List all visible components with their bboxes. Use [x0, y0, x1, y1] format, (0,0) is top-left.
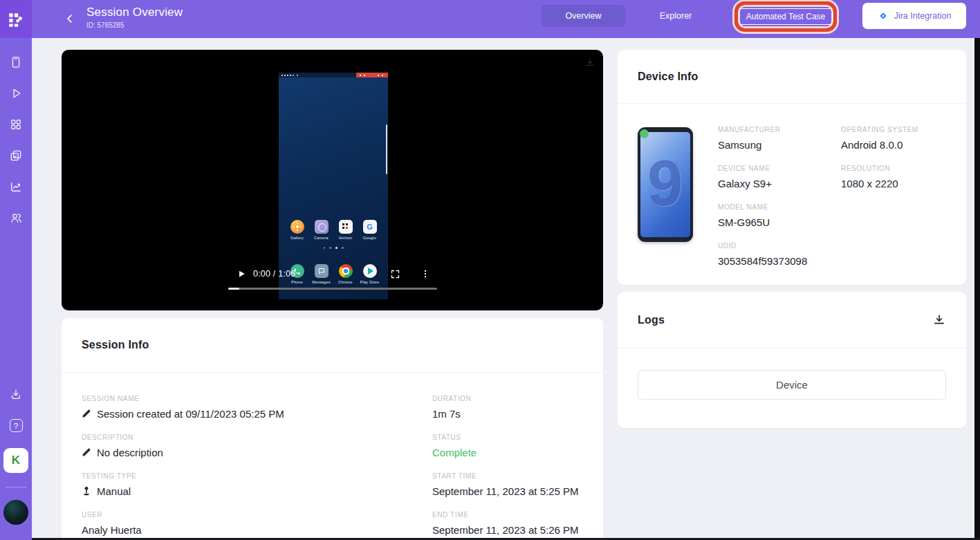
page-title: Session Overview	[86, 6, 183, 19]
field-device-name: DEVICE NAME Galaxy S9+	[718, 165, 841, 190]
field-user: USER Analy Huerta	[82, 511, 432, 537]
jira-icon	[878, 10, 889, 21]
video-menu-button[interactable]	[418, 266, 433, 281]
field-manufacturer: MANUFACTURER Samsung	[718, 126, 841, 151]
play-icon	[9, 86, 23, 100]
field-testing-type: TESTING TYPE Manual	[82, 472, 432, 498]
device-log-button[interactable]: Device	[638, 370, 946, 400]
video-progress-bar[interactable]	[228, 288, 437, 290]
tab-automated-test-case[interactable]: Automated Test Case	[739, 8, 833, 25]
video-download-icon[interactable]	[584, 57, 596, 69]
sidebar-item-test-cases[interactable]	[8, 148, 24, 163]
app-verizon: Verizon	[338, 220, 354, 240]
help-icon[interactable]: ?	[10, 419, 23, 432]
session-info-fields: SESSION NAME Session created at 09/11/20…	[62, 373, 603, 540]
verizon-icon	[339, 220, 353, 234]
phone-statusbar	[279, 73, 388, 77]
manual-testing-icon	[82, 486, 91, 496]
tab-explorer[interactable]: Explorer	[638, 5, 714, 27]
session-video-player: Gallery Camera Verizon G Google	[62, 50, 603, 310]
app-logo[interactable]	[0, 0, 32, 38]
grid-icon	[9, 118, 23, 131]
sidebar-divider	[6, 487, 26, 487]
logs-download-icon[interactable]	[932, 313, 946, 327]
session-info-header: Session Info	[62, 318, 603, 373]
tab-overview[interactable]: Overview	[542, 5, 625, 27]
video-time: 0:00 / 1:06	[253, 269, 295, 279]
logs-card: Logs Device	[618, 292, 966, 428]
video-controls: 0:00 / 1:06	[228, 263, 437, 284]
video-fullscreen-button[interactable]	[387, 266, 403, 281]
field-duration: DURATION 1m 7s	[432, 395, 583, 420]
users-icon	[9, 211, 23, 225]
page-titles: Session Overview ID: 5765285	[86, 6, 183, 29]
device-info-header: Device Info	[618, 50, 966, 104]
video-play-button[interactable]	[234, 266, 249, 281]
device-info-body: 9 MANUFACTURER Samsung DEVICE NAME Galax…	[618, 104, 966, 281]
copy-check-icon	[9, 149, 23, 162]
sidebar-item-devices[interactable]	[8, 55, 24, 70]
field-session-name: SESSION NAME Session created at 09/11/20…	[82, 395, 432, 420]
logs-title: Logs	[638, 314, 665, 326]
k-badge[interactable]: K	[3, 448, 28, 473]
edit-pencil-icon[interactable]	[82, 409, 91, 418]
field-resolution: RESOLUTION 1080 x 2220	[841, 165, 946, 190]
status-badge: Complete	[432, 445, 583, 459]
device-image-digit: 9	[647, 151, 683, 215]
logs-body: Device	[618, 348, 966, 400]
download-icon	[9, 388, 23, 402]
sidebar-item-users[interactable]	[8, 210, 24, 225]
phone-home-apps: Gallery Camera Verizon G Google	[279, 220, 388, 240]
field-start-time: START TIME September 11, 2023 at 5:25 PM	[432, 472, 583, 498]
jira-button-label: Jira Integration	[894, 11, 952, 21]
field-operating-system: OPERATING SYSTEM Android 8.0.0	[841, 126, 946, 151]
session-id: ID: 5765285	[86, 21, 183, 29]
device-info-title: Device Info	[638, 71, 699, 83]
sidebar-bottom: ? K	[0, 387, 32, 540]
user-avatar[interactable]	[3, 500, 28, 525]
device-online-dot	[640, 129, 649, 138]
field-model-name: MODEL NAME SM-G965U	[718, 203, 841, 229]
field-status: STATUS Complete	[432, 434, 583, 459]
app-gallery: Gallery	[289, 220, 306, 240]
device-fields: MANUFACTURER Samsung DEVICE NAME Galaxy …	[718, 126, 946, 281]
topbar: Session Overview ID: 5765285 Overview Ex…	[32, 0, 980, 38]
phone-page-dots	[279, 247, 388, 249]
device-icon	[9, 55, 23, 69]
device-info-card: Device Info 9 MANUFACTURER Samsung DEVIC…	[618, 50, 966, 285]
google-icon: G	[363, 220, 377, 234]
edit-pencil-icon[interactable]	[82, 447, 91, 457]
back-button[interactable]	[59, 8, 80, 29]
field-description: DESCRIPTION No description	[82, 434, 432, 459]
camera-icon	[315, 220, 329, 234]
jira-integration-button[interactable]: Jira Integration	[862, 3, 966, 29]
field-end-time: END TIME September 11, 2023 at 5:26 PM	[432, 511, 583, 537]
sidebar-item-sessions[interactable]	[8, 86, 24, 101]
sidebar: ? K	[0, 0, 32, 540]
app-camera: Camera	[313, 220, 330, 240]
phone-scroll-indicator	[386, 124, 387, 174]
automated-test-case-highlight: Automated Test Case	[734, 1, 837, 32]
kobiton-logo-icon	[7, 10, 25, 28]
gallery-icon	[290, 220, 304, 234]
sidebar-item-download[interactable]	[8, 387, 24, 402]
sidebar-item-metrics[interactable]	[8, 179, 24, 194]
field-udid: UDID 3053584f59373098	[718, 242, 841, 268]
device-image: 9	[638, 127, 693, 242]
logs-header: Logs	[618, 292, 966, 348]
right-edge-strip	[974, 38, 980, 540]
app-google: G Google	[362, 220, 378, 240]
video-element[interactable]: Gallery Camera Verizon G Google	[228, 73, 437, 299]
sidebar-item-apps[interactable]	[8, 117, 24, 132]
session-info-card: Session Info SESSION NAME Session create…	[62, 318, 603, 540]
session-info-title: Session Info	[82, 339, 149, 351]
session-overview-page: ? K Session Overview ID: 5765285 Overvie…	[0, 0, 980, 540]
chevron-left-icon	[64, 12, 76, 25]
sidebar-nav	[8, 55, 24, 225]
chart-line-icon	[9, 180, 23, 194]
